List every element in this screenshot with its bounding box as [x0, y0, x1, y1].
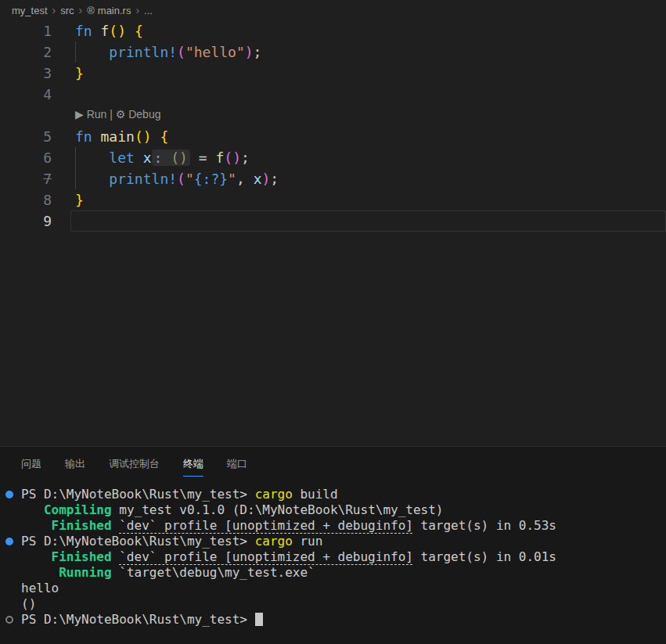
code-token: cargo	[255, 487, 293, 502]
code-token: println!	[109, 44, 177, 60]
vscode-window: my_test›src›®main.rs›... 1fn f() {2 prin…	[0, 0, 666, 644]
code-token	[112, 549, 120, 564]
panel-tab-调试控制台[interactable]: 调试控制台	[109, 452, 160, 477]
code-token: =	[190, 149, 216, 166]
line-number: 5	[0, 126, 52, 147]
code-line[interactable]: 5fn main() {	[0, 126, 666, 147]
current-line-highlight	[70, 210, 666, 232]
code-line-text[interactable]: fn f() {	[52, 20, 143, 41]
code-line-text[interactable]	[52, 84, 75, 105]
code-token: x	[143, 149, 152, 166]
code-token: ,	[236, 171, 254, 187]
breadcrumb-label: ...	[144, 5, 153, 16]
code-token: ()	[171, 149, 190, 166]
code-line[interactable]: 6 let x: () = f();	[0, 147, 666, 168]
run-icon: ▶	[75, 108, 87, 121]
code-token: main	[101, 128, 135, 145]
code-token: (	[177, 44, 185, 60]
codelens-separator: |	[106, 108, 115, 121]
code-token: PS D:\MyNoteBook\Rust\my_test>	[21, 534, 255, 549]
panel-tab-端口[interactable]: 端口	[227, 452, 247, 477]
codelens-run[interactable]: Run	[87, 108, 107, 121]
code-token: }	[75, 65, 84, 81]
code-token: ()	[224, 149, 241, 166]
editor-area[interactable]: my_test›src›®main.rs›... 1fn f() {2 prin…	[0, 0, 666, 446]
code-token: Finished	[52, 549, 112, 564]
code-line[interactable]: 7 println!("{:?}", x);	[0, 168, 666, 189]
code-line-text[interactable]: println!("{:?}", x);	[52, 168, 279, 189]
codelens-debug[interactable]: Debug	[128, 108, 160, 121]
code-token: ()	[109, 23, 126, 39]
line-number: 9	[0, 210, 52, 232]
code-line[interactable]: 3}	[0, 63, 666, 84]
code-token: Finished	[52, 518, 112, 533]
chevron-right-icon: ›	[135, 4, 140, 16]
code-token: `target\debug\my_test.exe`	[112, 565, 315, 580]
panel-tab-输出[interactable]: 输出	[65, 452, 85, 477]
code-token	[126, 23, 135, 39]
code-line-text[interactable]	[52, 210, 75, 232]
code-line[interactable]: 8}	[0, 189, 666, 210]
code-token: f	[101, 23, 110, 39]
code-token: ;	[254, 44, 262, 60]
code-token: my_test v0.1.0 (D:\MyNoteBook\Rust\my_te…	[112, 502, 444, 517]
code-token: ;	[270, 171, 279, 187]
breadcrumb-label: my_test	[12, 5, 48, 16]
command-prompt-circle-icon[interactable]	[5, 616, 13, 624]
code-line-text[interactable]: }	[52, 189, 84, 210]
code-line-text[interactable]: println!("hello");	[52, 41, 261, 63]
code-token: PS D:\MyNoteBook\Rust\my_test>	[21, 487, 255, 502]
code-token	[75, 44, 109, 60]
code-token: {:?}	[194, 171, 228, 187]
code-line-text[interactable]: fn main() {	[52, 126, 168, 147]
code-token: )	[261, 171, 270, 187]
panel-tab-bar: 问题输出调试控制台终端端口	[0, 447, 666, 480]
line-number: 2	[0, 41, 52, 63]
breadcrumb-item-...[interactable]: ...	[144, 5, 153, 16]
code-line-text[interactable]: }	[52, 63, 84, 84]
code-token: build	[293, 487, 338, 502]
line-number: 4	[0, 84, 52, 105]
code-line[interactable]: 9	[0, 210, 666, 232]
code-token: "hello"	[185, 44, 245, 60]
code-token: cargo	[255, 534, 293, 549]
breadcrumb-item-main.rs[interactable]: ®main.rs	[87, 5, 131, 16]
chevron-right-icon: ›	[78, 4, 84, 16]
terminal-line: hello	[0, 581, 666, 596]
code-token: }	[75, 192, 84, 208]
breadcrumb-item-my_test[interactable]: my_test	[12, 5, 48, 16]
code-token: `dev` profile [unoptimized + debuginfo]	[119, 549, 413, 564]
terminal-cursor	[255, 613, 263, 626]
code-token: x	[254, 171, 262, 187]
code-line[interactable]: 4	[0, 84, 666, 105]
panel-tab-问题[interactable]: 问题	[21, 452, 41, 477]
code-line[interactable]: 1fn f() {	[0, 20, 666, 41]
code-token: (	[177, 171, 185, 187]
code-token: :	[152, 149, 171, 166]
breadcrumb-item-src[interactable]: src	[60, 5, 74, 16]
code-view[interactable]: 1fn f() {2 println!("hello");3}4▶ Run | …	[0, 20, 666, 232]
code-token: PS D:\MyNoteBook\Rust\my_test>	[21, 612, 255, 627]
command-success-dot-icon[interactable]	[5, 491, 13, 498]
breadcrumb-label: main.rs	[98, 5, 131, 16]
code-token: let	[109, 149, 142, 166]
terminal-line: PS D:\MyNoteBook\Rust\my_test> cargo run	[0, 534, 666, 549]
code-token	[112, 518, 120, 533]
terminal-line: ()	[0, 596, 666, 612]
code-token: fn	[75, 23, 101, 39]
line-number: 7	[0, 168, 52, 189]
code-line-text[interactable]: let x: () = f();	[52, 147, 250, 168]
code-token: ()	[135, 128, 152, 145]
terminal[interactable]: PS D:\MyNoteBook\Rust\my_test> cargo bui…	[0, 480, 666, 628]
code-token: )	[245, 44, 254, 60]
terminal-line: Finished `dev` profile [unoptimized + de…	[0, 518, 666, 534]
code-token	[21, 549, 52, 564]
code-token: target(s) in 0.01s	[413, 549, 556, 564]
code-token: "	[185, 171, 194, 187]
code-line[interactable]: 2 println!("hello");	[0, 41, 666, 63]
command-success-dot-icon[interactable]	[5, 538, 13, 545]
terminal-line: PS D:\MyNoteBook\Rust\my_test>	[0, 612, 666, 628]
code-token: `dev` profile [unoptimized + debuginfo]	[119, 518, 413, 533]
code-token: Compiling	[44, 502, 112, 517]
panel-tab-终端[interactable]: 终端	[183, 452, 203, 477]
